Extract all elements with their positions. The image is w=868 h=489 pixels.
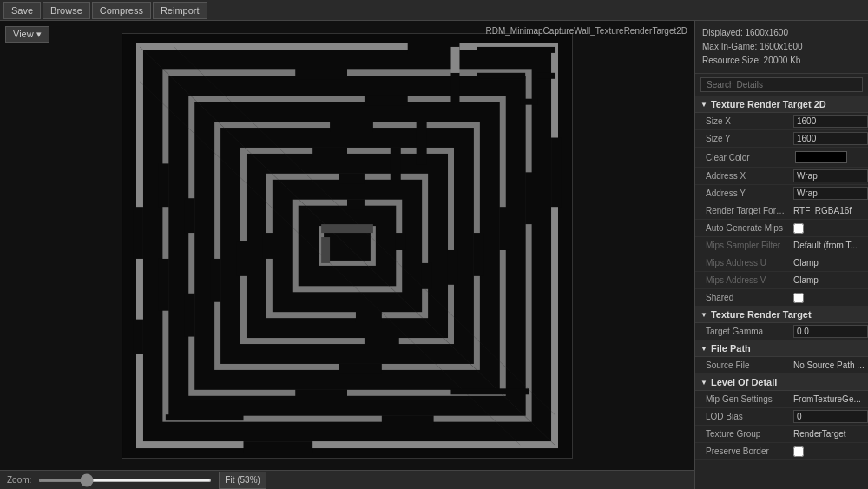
search-bar <box>695 74 868 96</box>
svg-rect-20 <box>499 207 510 250</box>
svg-rect-45 <box>321 224 373 233</box>
prop-checkbox-0-10[interactable] <box>793 293 804 303</box>
prop-row: Address Y <box>695 185 868 202</box>
prop-input-1-0[interactable] <box>793 325 868 338</box>
prop-value-0-9: Clamp <box>790 274 868 287</box>
search-input[interactable] <box>700 77 863 92</box>
prop-label-0-4: Address Y <box>695 187 793 200</box>
prop-row: LOD Bias <box>695 408 868 426</box>
prop-input-0-1[interactable] <box>793 132 868 145</box>
prop-input-3-1[interactable] <box>793 410 868 423</box>
prop-row: Auto Generate Mips <box>695 220 868 237</box>
prop-input-0-0[interactable] <box>793 115 868 128</box>
svg-rect-39 <box>396 233 406 250</box>
zoom-slider[interactable] <box>38 479 212 482</box>
prop-row: Shared <box>695 289 868 307</box>
svg-rect-30 <box>448 249 458 284</box>
section-triangle-icon: ▼ <box>700 379 707 387</box>
prop-label-0-5: Render Target Format <box>695 204 790 217</box>
svg-rect-15 <box>525 172 536 224</box>
section-header-1[interactable]: ▼ Texture Render Target <box>695 307 868 323</box>
prop-input-0-3[interactable] <box>793 169 868 182</box>
prop-row: Size Y <box>695 130 868 148</box>
svg-rect-37 <box>262 233 273 259</box>
reimport-button[interactable]: Reimport <box>153 2 207 19</box>
section-triangle-icon: ▼ <box>700 311 707 319</box>
prop-row: Mips Sampler FilterDefault (from T... <box>695 237 868 254</box>
svg-rect-29 <box>312 147 347 157</box>
section-triangle-icon: ▼ <box>700 345 707 353</box>
prop-label-0-1: Size Y <box>695 132 793 145</box>
svg-rect-21 <box>295 389 347 400</box>
prop-label-0-8: Mips Address U <box>695 256 790 269</box>
svg-rect-27 <box>211 258 221 301</box>
displayed-info: Displayed: 1600x1600 <box>702 26 861 40</box>
svg-rect-11 <box>243 441 312 452</box>
viewport: View ▾ RDM_MinimapCaptureWall_TextureRen… <box>0 21 694 489</box>
prop-row: Mip Gen SettingsFromTextureGe... <box>695 391 868 408</box>
svg-rect-33 <box>391 147 401 182</box>
color-swatch-0-2[interactable] <box>795 151 847 163</box>
panel-info: Displayed: 1600x1600 Max In-Game: 1600x1… <box>695 21 868 74</box>
view-dropdown-button[interactable]: View ▾ <box>5 26 49 43</box>
prop-row: Target Gamma <box>695 323 868 340</box>
svg-rect-18 <box>159 163 169 207</box>
svg-rect-48 <box>520 98 537 104</box>
prop-checkbox-3-3[interactable] <box>793 446 804 457</box>
svg-rect-49 <box>477 46 555 52</box>
right-panel: Displayed: 1600x1600 Max In-Game: 1600x1… <box>694 21 868 489</box>
main-content: View ▾ RDM_MinimapCaptureWall_TextureRen… <box>0 21 868 489</box>
prop-label-0-10: Shared <box>695 291 790 304</box>
prop-label-0-6: Auto Generate Mips <box>695 221 790 235</box>
prop-label-3-0: Mip Gen Settings <box>695 393 790 406</box>
prop-value-3-2: RenderTarget <box>790 427 868 440</box>
section-header-0[interactable]: ▼ Texture Render Target 2D <box>695 96 868 113</box>
prop-value-2-0: No Source Path ... <box>790 359 868 372</box>
svg-rect-13 <box>133 319 143 354</box>
svg-rect-16 <box>382 415 434 426</box>
maze-svg <box>122 34 572 458</box>
canvas-area <box>0 21 694 470</box>
svg-rect-25 <box>473 233 483 276</box>
prop-row: Clear Color <box>695 148 868 168</box>
prop-label-3-2: Texture Group <box>695 427 790 440</box>
browse-button[interactable]: Browse <box>43 2 90 19</box>
compress-button[interactable]: Compress <box>92 2 151 19</box>
svg-rect-40 <box>451 72 460 102</box>
prop-label-3-3: Preserve Border <box>695 445 790 458</box>
toolbar: Save Browse Compress Reimport <box>0 0 868 21</box>
svg-rect-23 <box>185 198 195 233</box>
svg-rect-10 <box>551 137 562 207</box>
prop-checkbox-cell-3-3 <box>790 445 868 459</box>
prop-row: Mips Address VClamp <box>695 272 868 289</box>
prop-row: Address X <box>695 168 868 185</box>
svg-rect-38 <box>347 199 365 209</box>
svg-rect-24 <box>330 121 373 131</box>
svg-rect-22 <box>185 293 195 336</box>
svg-rect-17 <box>159 258 169 310</box>
prop-value-3-0: FromTextureGe... <box>790 393 868 406</box>
prop-row: Render Target FormatRTF_RGBA16f <box>695 202 868 220</box>
svg-rect-47 <box>537 72 555 78</box>
prop-checkbox-0-6[interactable] <box>793 223 804 234</box>
prop-label-0-3: Address X <box>695 169 793 182</box>
prop-label-0-0: Size X <box>695 115 793 128</box>
prop-label-0-9: Mips Address V <box>695 274 790 287</box>
prop-row: Source FileNo Source Path ... <box>695 357 868 374</box>
prop-label-1-0: Target Gamma <box>695 325 793 338</box>
prop-row: Texture GroupRenderTarget <box>695 426 868 443</box>
svg-rect-28 <box>417 121 427 164</box>
svg-rect-31 <box>365 337 399 347</box>
prop-row: Preserve Border <box>695 443 868 460</box>
section-header-3[interactable]: ▼ Level Of Detail <box>695 374 868 391</box>
zoom-fit-button[interactable]: Fit (53%) <box>219 472 266 489</box>
save-button[interactable]: Save <box>3 2 41 19</box>
prop-input-0-4[interactable] <box>793 187 868 200</box>
svg-rect-52 <box>451 388 529 394</box>
section-header-2[interactable]: ▼ File Path <box>695 340 868 357</box>
prop-label-3-1: LOD Bias <box>695 410 793 423</box>
prop-value-0-5: RTF_RGBA16f <box>790 204 868 217</box>
svg-rect-34 <box>339 173 365 183</box>
svg-rect-35 <box>422 262 432 288</box>
zoom-label: Zoom: <box>7 475 31 485</box>
